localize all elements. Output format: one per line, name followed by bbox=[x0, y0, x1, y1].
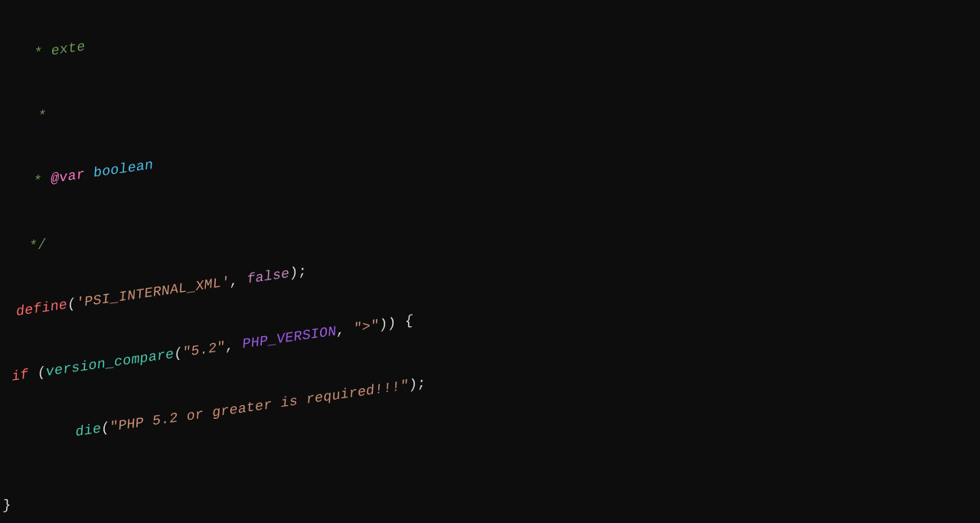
code-block: * exte * * @var boolean */ define('PSI_I… bbox=[0, 0, 980, 523]
